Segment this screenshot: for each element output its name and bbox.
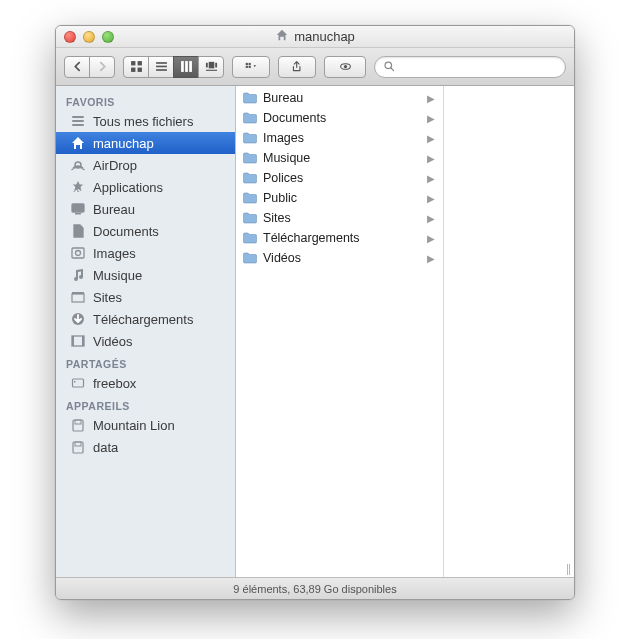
window-title-text: manuchap: [294, 29, 355, 44]
column-item[interactable]: Polices▶: [236, 168, 443, 188]
svg-rect-33: [205, 63, 207, 68]
back-button[interactable]: [64, 56, 90, 78]
column-item[interactable]: Vidéos▶: [236, 248, 443, 268]
sidebar-item-label: Tous mes fichiers: [93, 114, 193, 129]
documents-icon: [70, 223, 86, 239]
column-view-button[interactable]: [173, 56, 199, 78]
search-field[interactable]: [374, 56, 566, 78]
toolbar: [56, 48, 574, 86]
sidebar-section-header: APPAREILS: [56, 394, 235, 414]
coverflow-view-button[interactable]: [198, 56, 224, 78]
sites-icon: [70, 289, 86, 305]
sidebar-item[interactable]: Musique: [56, 264, 235, 286]
sidebar-item[interactable]: Mountain Lion: [56, 414, 235, 436]
chevron-right-icon: ▶: [427, 153, 435, 164]
svg-rect-35: [215, 63, 217, 68]
chevron-right-icon: ▶: [427, 133, 435, 144]
column-item-label: Public: [263, 191, 422, 205]
sidebar-item[interactable]: data: [56, 436, 235, 458]
sidebar-item-label: manuchap: [93, 136, 154, 151]
home-icon: [70, 135, 86, 151]
chevron-right-icon: ▶: [427, 253, 435, 264]
share-button[interactable]: [278, 56, 316, 78]
sidebar-item-label: Documents: [93, 224, 159, 239]
movies-icon: [70, 333, 86, 349]
column-resize-handle[interactable]: [567, 564, 570, 575]
svg-rect-28: [156, 66, 167, 68]
svg-rect-38: [248, 63, 250, 65]
column-item[interactable]: Téléchargements▶: [236, 228, 443, 248]
column-item-label: Vidéos: [263, 251, 422, 265]
sidebar-item-label: Téléchargements: [93, 312, 193, 327]
pictures-icon: [70, 245, 86, 261]
zoom-button[interactable]: [102, 31, 114, 43]
arrange-buttons: [232, 56, 270, 78]
column-item-label: Bureau: [263, 91, 422, 105]
svg-rect-36: [205, 70, 216, 71]
forward-button[interactable]: [89, 56, 115, 78]
svg-rect-29: [156, 69, 167, 71]
column-item[interactable]: Sites▶: [236, 208, 443, 228]
music-icon: [70, 267, 86, 283]
sidebar-item[interactable]: Vidéos: [56, 330, 235, 352]
list-view-button[interactable]: [148, 56, 174, 78]
chevron-right-icon: ▶: [427, 93, 435, 104]
chevron-right-icon: ▶: [427, 213, 435, 224]
column-item[interactable]: Bureau▶: [236, 88, 443, 108]
search-input[interactable]: [396, 60, 557, 74]
arrange-button[interactable]: [232, 56, 270, 78]
column-item[interactable]: Images▶: [236, 128, 443, 148]
column-item[interactable]: Musique▶: [236, 148, 443, 168]
svg-rect-31: [185, 61, 188, 72]
column-item-label: Sites: [263, 211, 422, 225]
window-title: manuchap: [56, 28, 574, 45]
sidebar-item[interactable]: Tous mes fichiers: [56, 110, 235, 132]
minimize-button[interactable]: [83, 31, 95, 43]
sidebar-item[interactable]: freebox: [56, 372, 235, 394]
sidebar-item-label: Bureau: [93, 202, 135, 217]
sidebar-item[interactable]: Applications: [56, 176, 235, 198]
folder-icon: [242, 250, 258, 266]
folder-icon: [242, 90, 258, 106]
sidebar-item[interactable]: Documents: [56, 220, 235, 242]
sidebar-item-label: Applications: [93, 180, 163, 195]
airdrop-icon: [70, 157, 86, 173]
sidebar-item[interactable]: Téléchargements: [56, 308, 235, 330]
sidebar-item[interactable]: AirDrop: [56, 154, 235, 176]
column-item-label: Polices: [263, 171, 422, 185]
svg-rect-25: [131, 68, 135, 72]
desktop-icon: [70, 201, 86, 217]
svg-rect-40: [248, 66, 250, 68]
sidebar-item[interactable]: manuchap: [56, 132, 235, 154]
sidebar-item[interactable]: Images: [56, 242, 235, 264]
home-icon: [275, 28, 289, 45]
column-item[interactable]: Documents▶: [236, 108, 443, 128]
svg-rect-34: [208, 62, 214, 68]
chevron-right-icon: ▶: [427, 233, 435, 244]
chevron-right-icon: ▶: [427, 113, 435, 124]
column-item-label: Téléchargements: [263, 231, 422, 245]
folder-icon: [242, 230, 258, 246]
window-controls: [64, 31, 114, 43]
quicklook-button[interactable]: [324, 56, 366, 78]
close-button[interactable]: [64, 31, 76, 43]
sidebar-item-label: data: [93, 440, 118, 455]
folder-icon: [242, 190, 258, 206]
sidebar-section-header: PARTAGÉS: [56, 352, 235, 372]
titlebar: manuchap: [56, 26, 574, 48]
search-icon: [383, 60, 396, 73]
sidebar-item-label: AirDrop: [93, 158, 137, 173]
sidebar-item[interactable]: Sites: [56, 286, 235, 308]
sidebar-item[interactable]: Bureau: [56, 198, 235, 220]
finder-window: manuchap FAVORISTous mes fichiersmanucha…: [55, 25, 575, 600]
status-bar: 9 éléments, 63,89 Go disponibles: [56, 577, 574, 599]
svg-rect-37: [245, 63, 247, 65]
folder-icon: [242, 150, 258, 166]
svg-rect-32: [189, 61, 192, 72]
column-item[interactable]: Public▶: [236, 188, 443, 208]
icon-view-button[interactable]: [123, 56, 149, 78]
downloads-icon: [70, 311, 86, 327]
folder-icon: [242, 170, 258, 186]
svg-rect-23: [131, 61, 135, 65]
sidebar-item-label: Musique: [93, 268, 142, 283]
